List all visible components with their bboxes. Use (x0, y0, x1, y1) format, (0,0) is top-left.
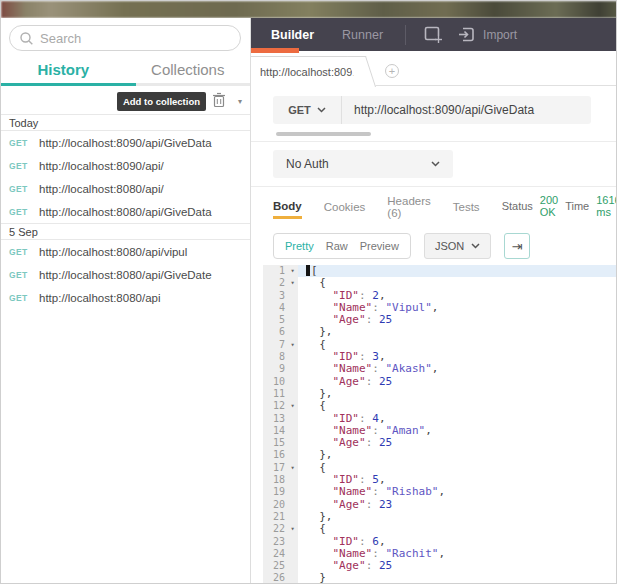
history-method-badge: GET (9, 247, 39, 257)
new-tab-button[interactable]: + (385, 64, 399, 78)
history-sections: TodayGEThttp://localhost:8090/api/GiveDa… (1, 114, 250, 309)
history-item[interactable]: GEThttp://localhost:8080/api/vipul (1, 240, 250, 263)
code-text: }, (298, 326, 617, 338)
request-tab[interactable]: http://localhost:809... (251, 56, 361, 86)
fold-gutter (287, 425, 298, 437)
auth-label: No Auth (286, 157, 329, 171)
line-number: 6 (263, 326, 287, 338)
tab-history[interactable]: History (1, 61, 126, 78)
search-input[interactable] (40, 31, 230, 46)
response-status-group: Status 200 OK Time 16167 ms (502, 194, 617, 218)
history-item[interactable]: GEThttp://localhost:8080/api (1, 286, 250, 309)
line-number: 16 (263, 449, 287, 461)
line-number: 7 (263, 339, 287, 351)
line-number: 20 (263, 499, 287, 511)
line-number: 15 (263, 437, 287, 449)
history-url: http://localhost:8080/api/ (39, 183, 164, 195)
line-number: 8 (263, 351, 287, 363)
history-method-badge: GET (9, 293, 39, 303)
history-url: http://localhost:8090/api/ (39, 160, 164, 172)
line-number: 25 (263, 560, 287, 572)
tab-body[interactable]: Body (273, 194, 302, 219)
method-dropdown[interactable]: GET (273, 104, 341, 116)
fold-gutter (287, 437, 298, 449)
language-label: JSON (435, 240, 464, 252)
code-text: } (298, 572, 617, 584)
fold-caret-icon[interactable]: ▾ (287, 339, 298, 351)
time-value: 16167 ms (596, 194, 617, 218)
mode-preview[interactable]: Preview (360, 240, 399, 252)
fold-caret-icon[interactable]: ▾ (287, 277, 298, 289)
line-number: 17 (263, 462, 287, 474)
response-body-editor[interactable]: 1▾[2▾ {3 "ID": 2,4 "Name": "Vipul",5 "Ag… (263, 265, 617, 584)
search-icon (20, 32, 33, 45)
new-window-icon (424, 26, 443, 43)
request-tab-title: http://localhost:809... (260, 66, 362, 78)
line-number: 3 (263, 290, 287, 302)
code-line: 26 } (263, 572, 617, 584)
line-number: 11 (263, 388, 287, 400)
text-cursor (306, 265, 310, 276)
main-panel: Builder Runner Import (251, 18, 617, 584)
response-meta-bar: Body Cookies Headers (6) Tests Status 20… (251, 191, 617, 221)
builder-tab[interactable]: Builder (271, 28, 314, 42)
line-number: 12 (263, 400, 287, 412)
new-window-button[interactable] (424, 26, 443, 43)
search-box[interactable] (9, 25, 241, 51)
clear-history-caret-icon[interactable]: ▾ (238, 97, 242, 106)
response-view-controls: Pretty Raw Preview JSON ⇥ (273, 233, 617, 259)
url-input[interactable] (342, 103, 591, 117)
import-label[interactable]: Import (483, 28, 517, 42)
chevron-down-icon (317, 107, 326, 113)
horizontal-scrollbar[interactable] (276, 132, 371, 136)
history-item[interactable]: GEThttp://localhost:8090/api/ (1, 154, 250, 177)
fold-gutter (287, 302, 298, 314)
line-number: 10 (263, 376, 287, 388)
section-divider (251, 186, 617, 187)
status-label: Status (502, 200, 533, 212)
mode-pretty[interactable]: Pretty (285, 240, 314, 252)
status-value: 200 OK (540, 194, 558, 218)
language-dropdown[interactable]: JSON (424, 233, 491, 259)
clear-history-button[interactable] (212, 92, 226, 108)
wrap-text-icon: ⇥ (512, 239, 523, 254)
fold-gutter (287, 413, 298, 425)
fold-caret-icon[interactable]: ▾ (287, 462, 298, 474)
history-item[interactable]: GEThttp://localhost:8080/api/GiveData (1, 200, 250, 223)
code-text: "Age": 25 (298, 437, 617, 449)
history-section-label: Today (1, 114, 250, 131)
line-number: 22 (263, 523, 287, 535)
line-number: 18 (263, 474, 287, 486)
runner-tab[interactable]: Runner (342, 28, 383, 42)
app-header: Builder Runner Import (251, 18, 617, 51)
fold-gutter (287, 486, 298, 498)
history-url: http://localhost:8090/api/GiveData (39, 137, 212, 149)
history-item[interactable]: GEThttp://localhost:8080/api/GiveDate (1, 263, 250, 286)
postman-app: History Collections Add to collection ▾ … (0, 0, 617, 584)
background-photo-strip (1, 1, 617, 18)
fold-gutter (287, 560, 298, 572)
tab-collections[interactable]: Collections (126, 61, 251, 78)
mode-raw[interactable]: Raw (326, 240, 348, 252)
wrap-text-button[interactable]: ⇥ (504, 233, 530, 259)
history-method-badge: GET (9, 207, 39, 217)
fold-gutter (287, 388, 298, 400)
history-url: http://localhost:8080/api/GiveDate (39, 269, 212, 281)
fold-caret-icon[interactable]: ▾ (287, 523, 298, 535)
fold-gutter (287, 376, 298, 388)
tab-tests[interactable]: Tests (453, 195, 480, 217)
history-item[interactable]: GEThttp://localhost:8090/api/GiveData (1, 131, 250, 154)
fold-caret-icon[interactable]: ▾ (287, 400, 298, 412)
tab-headers[interactable]: Headers (6) (387, 189, 430, 223)
fold-caret-icon[interactable]: ▾ (287, 265, 298, 277)
tab-cookies[interactable]: Cookies (324, 195, 366, 217)
history-item[interactable]: GEThttp://localhost:8080/api/ (1, 177, 250, 200)
history-url: http://localhost:8080/api (39, 292, 160, 304)
line-number: 19 (263, 486, 287, 498)
fold-gutter (287, 449, 298, 461)
code-text: "Age": 25 (298, 560, 617, 572)
add-to-collection-tooltip: Add to collection (117, 92, 206, 111)
import-button[interactable] (457, 26, 475, 43)
auth-dropdown[interactable]: No Auth (273, 150, 453, 178)
line-number: 14 (263, 425, 287, 437)
